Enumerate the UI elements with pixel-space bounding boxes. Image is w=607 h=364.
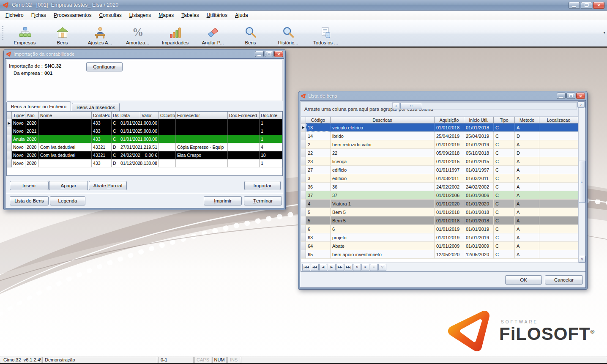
column-header-valor[interactable]: Valor	[140, 112, 159, 119]
table-row[interactable]: ▶ Novo 2020 433 C 01/01/2020 1,000.00	[7, 119, 282, 127]
vertical-scrollbar-thumb[interactable]: ∷	[579, 161, 585, 203]
maximize-button[interactable]	[265, 51, 273, 57]
restore-button[interactable]	[581, 2, 592, 9]
column-header-aquisicao[interactable]: Aquisição	[435, 117, 464, 123]
table-row[interactable]: Anulado 2020 433 C 01/01/2020 1,000.00	[7, 135, 282, 143]
table-row[interactable]: 14 ibrido 25/04/2019 25/04/2019 C D	[301, 132, 578, 140]
table-row[interactable]: Novo 2020 Com iva dedutivel 43321 D 27/0…	[7, 143, 282, 151]
navigator-button[interactable]: ▶▶	[336, 264, 344, 271]
column-header-descricao[interactable]: Descricao	[331, 117, 435, 123]
main-titlebar[interactable]: Gimo.32 [001] Empresa testes_ Elsa / 202…	[0, 0, 607, 11]
table-row[interactable]: 36 36 24/02/2002 24/02/2002 C A	[301, 183, 578, 191]
table-row[interactable]: 23 licença 01/01/2015 01/01/2015 C A	[301, 157, 578, 166]
navigator-button[interactable]: ◀◀	[311, 264, 319, 271]
column-header-nome[interactable]: Nome	[39, 112, 92, 119]
cancelar-button[interactable]: Cancelar	[545, 275, 583, 285]
table-row[interactable]: 37 37 01/01/2006 01/01/2006 C A	[301, 191, 578, 200]
minimize-button[interactable]	[255, 51, 264, 57]
toolbar-button[interactable]: Empresas	[6, 22, 44, 45]
import-titlebar[interactable]: Importação da contabilidade ×	[5, 49, 284, 58]
table-row[interactable]: 63 projeto 01/01/2019 01/01/2019 C A	[301, 233, 578, 242]
toolbar-button[interactable]: Imparidades	[156, 22, 194, 45]
table-row[interactable]: 6 6 01/01/2019 01/01/2019 C A	[301, 225, 578, 233]
navigator-button[interactable]: ▶▶|	[345, 264, 353, 271]
table-row[interactable]: 65 bem apoio inventimneto 12/05/2020 12/…	[301, 250, 578, 259]
column-header-doc-fornecedor[interactable]: Doc.Forneced	[228, 112, 260, 119]
toolbar-button[interactable]: Anular P...	[194, 22, 232, 45]
toolbar-button[interactable]: Ajustes A...	[81, 22, 119, 45]
inserir-button[interactable]: Inserir	[10, 181, 49, 190]
configurar-button[interactable]: Configurar	[86, 62, 123, 71]
table-row[interactable]: 4 Viatura 1 01/01/2020 01/01/2020 C A	[301, 200, 578, 208]
column-header-inicio-util[interactable]: Início Util.	[464, 117, 494, 123]
table-row[interactable]: 3 edificio 01/03/2011 01/03/2011 C A	[301, 174, 578, 183]
column-header-metodo[interactable]: Metodo	[515, 117, 539, 123]
table-row[interactable]: Novo 2021 433 C 01/01/2021 15,000.00	[7, 127, 282, 135]
menu-item[interactable]: Utilitários	[203, 11, 231, 19]
column-header-localizacao[interactable]: Localizacao	[539, 117, 578, 123]
horizontal-scrollbar-thumb[interactable]: ∷	[400, 103, 422, 109]
close-button[interactable]: ×	[576, 93, 585, 99]
navigator-button[interactable]: ↻	[353, 264, 361, 271]
maximize-button[interactable]	[566, 93, 575, 99]
menu-item[interactable]: Fichas	[27, 11, 50, 19]
terminar-button[interactable]: Terminar	[244, 196, 282, 205]
imprimir-button[interactable]: Imprimir	[204, 196, 242, 205]
toolbar-button[interactable]: % Amortiza...	[119, 22, 156, 45]
lista-de-bens-button[interactable]: Lista de Bens	[10, 196, 49, 205]
column-header-tipo[interactable]: Tipo	[494, 117, 515, 123]
scroll-left-button[interactable]: ‹	[393, 103, 399, 109]
table-row[interactable]: ▶ 13 veiculo eletrico 01/01/2018 01/01/2…	[301, 123, 578, 132]
importar-button[interactable]: Importar	[244, 181, 281, 190]
table-row[interactable]: 2 bem reduzido valor 01/01/2019 01/01/20…	[301, 140, 578, 149]
table-row[interactable]: Novo 2020 Com iva dedutivel 43321 C 24/0…	[7, 151, 282, 159]
navigator-button[interactable]: ◀	[319, 264, 327, 271]
column-header-data[interactable]: Data	[119, 112, 140, 119]
column-header-conta[interactable]: ContaPc	[92, 112, 112, 119]
navigator-button[interactable]: ∗	[370, 264, 378, 271]
close-button[interactable]: ×	[274, 51, 283, 57]
table-row[interactable]: 27 edificio 01/01/1997 01/01/1997 C A	[301, 166, 578, 174]
close-button[interactable]: ×	[593, 2, 604, 9]
menu-item[interactable]: Tabelas	[178, 11, 202, 19]
navigator-button[interactable]: ▶	[328, 264, 336, 271]
menu-item[interactable]: Ajuda	[231, 11, 252, 19]
menu-item[interactable]: Mapas	[155, 11, 178, 19]
menu-item[interactable]: Ficheiro	[2, 11, 27, 19]
table-row[interactable]: 64 Abate 01/01/2009 01/01/2009 C A	[301, 242, 578, 250]
column-header-ano[interactable]: Ano	[25, 112, 39, 119]
abate-parcial-button[interactable]: Abate Parcial	[89, 181, 127, 190]
toolbar-grip[interactable]	[2, 26, 3, 41]
lista-titlebar[interactable]: Lista de bens ×	[300, 91, 586, 100]
scroll-down-button[interactable]: ∨	[579, 256, 585, 263]
column-header-doc-interno[interactable]: Doc.Inte	[260, 112, 282, 119]
legenda-button[interactable]: Legenda	[50, 196, 85, 205]
toolbar-overflow-icon[interactable]: ▾	[603, 30, 605, 35]
scroll-right-button[interactable]: ›	[577, 101, 585, 108]
column-header-codigo[interactable]: Código	[306, 117, 331, 123]
minimize-button[interactable]	[557, 93, 566, 99]
toolbar-button[interactable]: Históric...	[269, 22, 307, 45]
column-header-ccusto[interactable]: CCusto	[159, 112, 176, 119]
column-header-fornecedor[interactable]: Fornecedor	[176, 112, 228, 119]
table-row[interactable]: 5 Bem 5 01/01/2018 01/01/2018 C A	[301, 208, 578, 216]
menu-item[interactable]: Consultas	[95, 11, 125, 19]
toolbar-button[interactable]: i Todos os ...	[307, 22, 345, 45]
menu-item[interactable]: Listagens	[126, 11, 155, 19]
tab-bens-a-inserir[interactable]: Bens a Inserir no Ficheiro	[6, 101, 71, 111]
apagar-button[interactable]: Apagar	[49, 181, 88, 190]
ok-button[interactable]: OK	[505, 275, 542, 285]
tab-bens-ja-inseridos[interactable]: Bens Já Inseridos	[72, 103, 120, 111]
table-row[interactable]: Novo 2020 433 D 01/12/2020 8,130.08	[7, 159, 282, 167]
vertical-scrollbar[interactable]: ∧ ∷ ∨	[578, 101, 585, 263]
column-header-dc[interactable]: D/C	[112, 112, 119, 119]
navigator-button[interactable]: ∗	[361, 264, 369, 271]
toolbar-button[interactable]: Bens	[44, 22, 81, 45]
navigator-button[interactable]: ▽	[378, 264, 386, 271]
navigator-button[interactable]: |◀◀	[302, 264, 310, 271]
minimize-button[interactable]	[569, 2, 580, 9]
horizontal-scrollbar[interactable]: ‹ ∷	[392, 102, 577, 109]
toolbar-button[interactable]: Bens	[232, 22, 269, 45]
table-row[interactable]: 22 22 05/09/2018 05/10/2018 C D	[301, 149, 578, 157]
column-header-tipo[interactable]: TipoP	[12, 112, 25, 119]
